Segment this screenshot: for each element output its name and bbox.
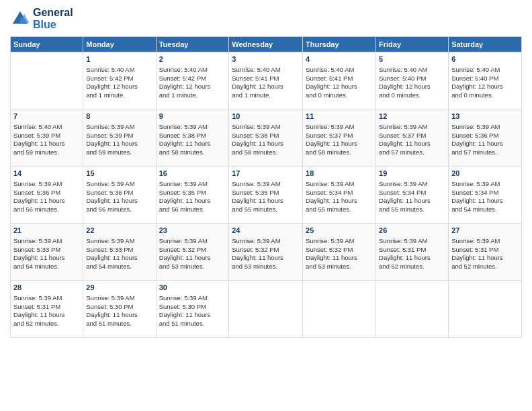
day-number: 30 [159, 283, 226, 293]
calendar-cell [376, 281, 449, 338]
calendar-cell: 21Sunrise: 5:39 AM Sunset: 5:33 PM Dayli… [11, 224, 83, 281]
cell-info: Sunrise: 5:40 AM Sunset: 5:42 PM Dayligh… [86, 66, 152, 100]
calendar-cell: 8Sunrise: 5:39 AM Sunset: 5:39 PM Daylig… [83, 109, 156, 167]
calendar-cell: 19Sunrise: 5:39 AM Sunset: 5:34 PM Dayli… [376, 167, 449, 224]
cell-info: Sunrise: 5:39 AM Sunset: 5:34 PM Dayligh… [379, 180, 445, 214]
calendar-cell: 17Sunrise: 5:39 AM Sunset: 5:35 PM Dayli… [229, 167, 303, 224]
calendar-cell: 13Sunrise: 5:39 AM Sunset: 5:36 PM Dayli… [449, 109, 522, 167]
cell-info: Sunrise: 5:39 AM Sunset: 5:38 PM Dayligh… [232, 123, 300, 157]
day-number: 6 [451, 54, 519, 64]
day-number: 29 [86, 283, 152, 293]
day-number: 16 [159, 169, 226, 179]
week-row-1: 7Sunrise: 5:40 AM Sunset: 5:39 PM Daylig… [11, 109, 522, 167]
calendar-cell: 1Sunrise: 5:40 AM Sunset: 5:42 PM Daylig… [83, 52, 156, 109]
calendar-cell: 16Sunrise: 5:39 AM Sunset: 5:35 PM Dayli… [156, 167, 229, 224]
day-number: 26 [379, 226, 445, 236]
cell-info: Sunrise: 5:39 AM Sunset: 5:33 PM Dayligh… [86, 237, 152, 271]
calendar-cell: 26Sunrise: 5:39 AM Sunset: 5:31 PM Dayli… [376, 224, 449, 281]
cell-info: Sunrise: 5:39 AM Sunset: 5:31 PM Dayligh… [451, 237, 519, 271]
day-number: 10 [232, 111, 300, 122]
cell-info: Sunrise: 5:39 AM Sunset: 5:30 PM Dayligh… [159, 294, 226, 328]
week-row-4: 28Sunrise: 5:39 AM Sunset: 5:31 PM Dayli… [11, 281, 522, 338]
cell-info: Sunrise: 5:39 AM Sunset: 5:31 PM Dayligh… [13, 294, 80, 328]
day-number: 28 [13, 283, 80, 293]
day-number: 12 [379, 111, 445, 122]
col-header-friday: Friday [376, 37, 449, 52]
calendar-cell: 27Sunrise: 5:39 AM Sunset: 5:31 PM Dayli… [449, 224, 522, 281]
day-number: 11 [306, 111, 373, 122]
day-number: 20 [451, 169, 519, 179]
cell-info: Sunrise: 5:40 AM Sunset: 5:41 PM Dayligh… [306, 66, 373, 100]
logo-text: General Blue [33, 7, 73, 31]
logo: General Blue [10, 7, 73, 31]
calendar-cell: 28Sunrise: 5:39 AM Sunset: 5:31 PM Dayli… [11, 281, 83, 338]
col-header-monday: Monday [83, 37, 156, 52]
calendar-cell [303, 281, 376, 338]
week-row-2: 14Sunrise: 5:39 AM Sunset: 5:36 PM Dayli… [11, 167, 522, 224]
calendar-cell: 10Sunrise: 5:39 AM Sunset: 5:38 PM Dayli… [229, 109, 303, 167]
calendar-cell: 24Sunrise: 5:39 AM Sunset: 5:32 PM Dayli… [229, 224, 303, 281]
calendar-cell: 7Sunrise: 5:40 AM Sunset: 5:39 PM Daylig… [11, 109, 83, 167]
cell-info: Sunrise: 5:39 AM Sunset: 5:37 PM Dayligh… [379, 123, 445, 157]
cell-info: Sunrise: 5:39 AM Sunset: 5:36 PM Dayligh… [13, 180, 80, 214]
calendar-cell: 3Sunrise: 5:40 AM Sunset: 5:41 PM Daylig… [229, 52, 303, 109]
calendar-cell: 22Sunrise: 5:39 AM Sunset: 5:33 PM Dayli… [83, 224, 156, 281]
cell-info: Sunrise: 5:39 AM Sunset: 5:32 PM Dayligh… [306, 237, 373, 271]
calendar-cell: 4Sunrise: 5:40 AM Sunset: 5:41 PM Daylig… [303, 52, 376, 109]
cell-info: Sunrise: 5:40 AM Sunset: 5:40 PM Dayligh… [379, 66, 445, 100]
col-header-saturday: Saturday [449, 37, 522, 52]
calendar-cell: 5Sunrise: 5:40 AM Sunset: 5:40 PM Daylig… [376, 52, 449, 109]
cell-info: Sunrise: 5:39 AM Sunset: 5:35 PM Dayligh… [232, 180, 300, 214]
calendar-cell [449, 281, 522, 338]
cell-info: Sunrise: 5:39 AM Sunset: 5:33 PM Dayligh… [13, 237, 80, 271]
cell-info: Sunrise: 5:40 AM Sunset: 5:39 PM Dayligh… [13, 123, 80, 157]
cell-info: Sunrise: 5:39 AM Sunset: 5:32 PM Dayligh… [232, 237, 300, 271]
cell-info: Sunrise: 5:39 AM Sunset: 5:31 PM Dayligh… [379, 237, 445, 271]
day-number: 19 [379, 169, 445, 179]
day-number: 17 [232, 169, 300, 179]
day-number: 8 [86, 111, 152, 122]
calendar-cell: 25Sunrise: 5:39 AM Sunset: 5:32 PM Dayli… [303, 224, 376, 281]
day-number: 13 [451, 111, 519, 122]
calendar-cell: 23Sunrise: 5:39 AM Sunset: 5:32 PM Dayli… [156, 224, 229, 281]
day-number: 23 [159, 226, 226, 236]
day-number: 15 [86, 169, 152, 179]
day-number: 25 [306, 226, 373, 236]
calendar-table: SundayMondayTuesdayWednesdayThursdayFrid… [10, 36, 522, 338]
calendar-cell: 2Sunrise: 5:40 AM Sunset: 5:42 PM Daylig… [156, 52, 229, 109]
calendar-cell: 12Sunrise: 5:39 AM Sunset: 5:37 PM Dayli… [376, 109, 449, 167]
day-number: 22 [86, 226, 152, 236]
cell-info: Sunrise: 5:39 AM Sunset: 5:34 PM Dayligh… [306, 180, 373, 214]
cell-info: Sunrise: 5:39 AM Sunset: 5:35 PM Dayligh… [159, 180, 226, 214]
cell-info: Sunrise: 5:39 AM Sunset: 5:36 PM Dayligh… [86, 180, 152, 214]
calendar-cell: 6Sunrise: 5:40 AM Sunset: 5:40 PM Daylig… [449, 52, 522, 109]
calendar-cell: 9Sunrise: 5:39 AM Sunset: 5:38 PM Daylig… [156, 109, 229, 167]
col-header-wednesday: Wednesday [229, 37, 303, 52]
week-row-0: 1Sunrise: 5:40 AM Sunset: 5:42 PM Daylig… [11, 52, 522, 109]
logo-icon [10, 9, 30, 29]
week-row-3: 21Sunrise: 5:39 AM Sunset: 5:33 PM Dayli… [11, 224, 522, 281]
col-header-tuesday: Tuesday [156, 37, 229, 52]
col-header-sunday: Sunday [11, 37, 83, 52]
calendar-cell [229, 281, 303, 338]
cell-info: Sunrise: 5:39 AM Sunset: 5:36 PM Dayligh… [451, 123, 519, 157]
calendar-cell: 20Sunrise: 5:39 AM Sunset: 5:34 PM Dayli… [449, 167, 522, 224]
calendar-cell [11, 52, 83, 109]
cell-info: Sunrise: 5:39 AM Sunset: 5:39 PM Dayligh… [86, 123, 152, 157]
cell-info: Sunrise: 5:39 AM Sunset: 5:38 PM Dayligh… [159, 123, 226, 157]
cell-info: Sunrise: 5:39 AM Sunset: 5:37 PM Dayligh… [306, 123, 373, 157]
calendar-cell: 11Sunrise: 5:39 AM Sunset: 5:37 PM Dayli… [303, 109, 376, 167]
calendar-cell: 30Sunrise: 5:39 AM Sunset: 5:30 PM Dayli… [156, 281, 229, 338]
cell-info: Sunrise: 5:40 AM Sunset: 5:41 PM Dayligh… [232, 66, 300, 100]
day-number: 18 [306, 169, 373, 179]
page-container: General Blue SundayMondayTuesdayWednesda… [0, 0, 532, 345]
cell-info: Sunrise: 5:39 AM Sunset: 5:32 PM Dayligh… [159, 237, 226, 271]
calendar-cell: 29Sunrise: 5:39 AM Sunset: 5:30 PM Dayli… [83, 281, 156, 338]
day-number: 4 [306, 54, 373, 64]
page-header: General Blue [10, 7, 522, 31]
day-number: 14 [13, 169, 80, 179]
day-number: 7 [13, 111, 80, 122]
day-number: 5 [379, 54, 445, 64]
cell-info: Sunrise: 5:39 AM Sunset: 5:34 PM Dayligh… [451, 180, 519, 214]
calendar-cell: 15Sunrise: 5:39 AM Sunset: 5:36 PM Dayli… [83, 167, 156, 224]
